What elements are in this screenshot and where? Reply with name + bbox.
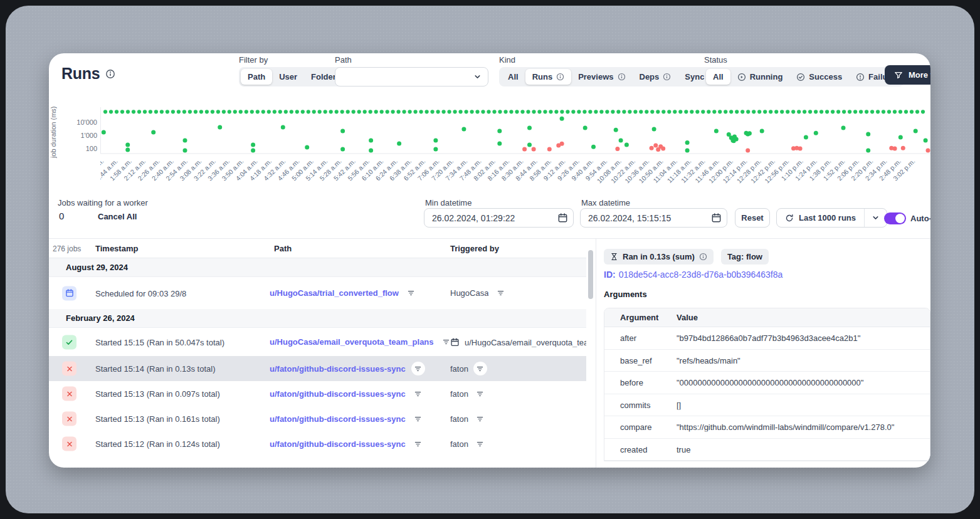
chart-dot-success[interactable] (814, 131, 818, 135)
chart-dot-success[interactable] (397, 141, 401, 145)
kind-option-runs[interactable]: Runs (525, 69, 572, 85)
chart-dot-success[interactable] (628, 110, 631, 113)
filter-by-user-button[interactable] (473, 437, 487, 451)
chart-dot-success[interactable] (498, 110, 502, 113)
chart-dot-success[interactable] (126, 110, 130, 113)
chart-dot-success[interactable] (591, 145, 596, 149)
filter-by-user-button[interactable] (493, 286, 507, 300)
chart-dot-success[interactable] (391, 110, 395, 113)
chart-dot-success[interactable] (149, 110, 152, 113)
chart-dot-success[interactable] (701, 110, 705, 113)
chart-dot-success[interactable] (515, 110, 519, 113)
chart-dot-success[interactable] (312, 110, 316, 113)
chart-dot-success[interactable] (866, 149, 870, 153)
chart-dot-success[interactable] (614, 128, 618, 132)
chart-dot-success[interactable] (735, 110, 739, 113)
chart-dot-success[interactable] (808, 110, 812, 113)
filter-by-option-path[interactable]: Path (241, 69, 272, 85)
chart-dot-success[interactable] (369, 149, 373, 153)
chart-dot-success[interactable] (340, 147, 345, 152)
run-id-value[interactable]: 018de5c4-acc8-23d8-d76a-b0b396463f8a (619, 270, 783, 280)
chart-dot-success[interactable] (652, 127, 656, 132)
chart-dot-success[interactable] (893, 110, 897, 113)
chart-dot-failure[interactable] (532, 147, 536, 152)
job-row[interactable]: Started 15:13 (Ran in 0.161s total)u/fat… (49, 406, 586, 431)
chart-dot-success[interactable] (431, 110, 435, 113)
job-path-link[interactable]: u/faton/github-discord-issues-sync (270, 364, 406, 374)
status-option-running[interactable]: Running (730, 69, 790, 85)
chart-dot-success[interactable] (397, 110, 401, 113)
chart-dot-success[interactable] (605, 110, 609, 113)
filter-by-path-button[interactable] (411, 362, 425, 375)
chart-dot-success[interactable] (245, 110, 248, 113)
chart-dot-success[interactable] (549, 110, 552, 113)
chart-dot-success[interactable] (526, 110, 530, 113)
chart-dot-success[interactable] (842, 110, 846, 113)
chart-dot-success[interactable] (707, 110, 710, 113)
job-path-link[interactable]: u/faton/github-discord-issues-sync (270, 414, 406, 424)
job-row[interactable]: Started 15:13 (Ran in 0.097s total)u/fat… (49, 381, 586, 406)
chart-dot-success[interactable] (577, 110, 581, 113)
chart-dot-success[interactable] (183, 139, 187, 143)
chart-dot-success[interactable] (475, 110, 479, 113)
chart-dot-success[interactable] (340, 110, 344, 113)
chart-dot-success[interactable] (924, 139, 928, 143)
chart-dot-success[interactable] (188, 110, 192, 113)
chart-dot-success[interactable] (369, 110, 372, 113)
chart-dot-success[interactable] (340, 129, 345, 134)
filter-by-path-button[interactable] (411, 437, 425, 451)
chart-dot-success[interactable] (583, 125, 587, 130)
chart-dot-failure[interactable] (560, 142, 564, 146)
vertical-scrollbar[interactable] (588, 250, 593, 299)
chart-dot-success[interactable] (588, 110, 592, 113)
chart-dot-success[interactable] (329, 110, 333, 113)
chart-dot-success[interactable] (433, 139, 438, 143)
chart-dot-success[interactable] (183, 149, 187, 153)
job-path-link[interactable]: u/faton/github-discord-issues-sync (270, 389, 406, 399)
chart-dot-success[interactable] (251, 143, 255, 147)
chart-dot-success[interactable] (324, 110, 327, 113)
chart-dot-success[interactable] (825, 110, 829, 113)
chart-dot-success[interactable] (102, 130, 106, 135)
chart-dot-success[interactable] (865, 110, 868, 113)
chart-dot-success[interactable] (461, 127, 466, 132)
chart-dot-success[interactable] (543, 110, 547, 113)
chart-dot-success[interactable] (250, 110, 254, 113)
chart-dot-success[interactable] (690, 110, 693, 113)
chart-dot-success[interactable] (487, 110, 490, 113)
job-row[interactable]: Scheduled for 09:03 29/8u/HugoCasa/trial… (49, 277, 586, 309)
last-runs-dropdown[interactable] (864, 209, 887, 227)
chart-dot-success[interactable] (752, 110, 756, 113)
chart-dot-success[interactable] (599, 110, 603, 113)
job-path-link[interactable]: u/faton/github-discord-issues-sync (270, 439, 406, 449)
chart-dot-success[interactable] (182, 110, 186, 113)
chart-dot-success[interactable] (841, 125, 846, 130)
kind-option-deps[interactable]: Deps (633, 69, 678, 85)
cancel-all-button[interactable]: Cancel All (98, 212, 137, 221)
chart-dot-success[interactable] (278, 110, 282, 113)
chart-dot-success[interactable] (780, 110, 784, 113)
chart-dot-success[interactable] (137, 110, 141, 113)
chart-dot-success[interactable] (120, 110, 124, 113)
chart-dot-success[interactable] (318, 110, 322, 113)
chart-dot-success[interactable] (904, 110, 908, 113)
chart-dot-success[interactable] (222, 110, 226, 113)
more-filters-button[interactable]: More filters (885, 65, 930, 85)
chart-dot-success[interactable] (205, 110, 209, 113)
chart-dot-success[interactable] (866, 132, 870, 136)
chart-dot-success[interactable] (560, 110, 564, 113)
chart-dot-failure[interactable] (746, 149, 750, 153)
chart-dot-success[interactable] (459, 110, 463, 113)
chart-dot-failure[interactable] (522, 147, 527, 152)
chart-dot-success[interactable] (403, 110, 406, 113)
filter-by-user-button[interactable] (473, 362, 487, 375)
last-runs-main[interactable]: Last 1000 runs (777, 209, 864, 227)
chart-dot-failure[interactable] (901, 146, 905, 150)
chart-dot-success[interactable] (171, 110, 175, 113)
chart-dot-success[interactable] (284, 110, 288, 113)
chart-dot-success[interactable] (497, 129, 502, 134)
chart-dot-success[interactable] (685, 149, 690, 153)
kind-option-previews[interactable]: Previews (571, 69, 632, 85)
chart-dot-success[interactable] (374, 110, 378, 113)
chart-dot-success[interactable] (853, 110, 857, 113)
